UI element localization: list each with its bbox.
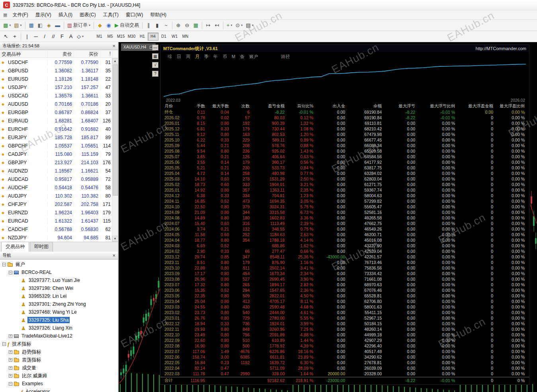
panel-help-button[interactable]: ? bbox=[152, 71, 158, 77]
candlestick-button[interactable]: ▮ bbox=[153, 21, 162, 30]
market-watch-row[interactable]: ◆AUDUSD0.701660.7018620 bbox=[0, 100, 118, 108]
profiles-button[interactable]: ▤▾ bbox=[12, 21, 23, 30]
panel-menu-item-1[interactable]: 日 bbox=[177, 54, 181, 60]
terminal-button[interactable]: ▬ bbox=[53, 21, 62, 30]
scroll-up-icon[interactable]: ▲ bbox=[112, 58, 118, 64]
timeframe-d1[interactable]: D1 bbox=[158, 33, 169, 41]
panel-menu-item-4[interactable]: 季 bbox=[204, 54, 209, 60]
periods-button[interactable]: ⊙▾ bbox=[234, 21, 244, 30]
experts-button[interactable]: ◉ bbox=[104, 21, 113, 30]
close-icon[interactable]: × bbox=[112, 253, 115, 258]
market-watch-row[interactable]: ◆EURAUD1.682811.68407126 bbox=[0, 116, 118, 125]
tree-item[interactable]: −BCRCo-REAL bbox=[0, 268, 118, 276]
menu-item-2[interactable]: 插入(I) bbox=[55, 10, 76, 19]
data-window-button[interactable]: ◧ bbox=[36, 21, 45, 30]
market-watch-row[interactable]: ◆AUDCAD0.958170.9588972 bbox=[0, 175, 118, 183]
new-chart-button[interactable]: ▩▾ bbox=[2, 21, 12, 30]
tree-item[interactable]: +震荡指标 bbox=[0, 356, 118, 364]
tree-item[interactable]: +比尔 威廉姆 bbox=[0, 372, 118, 380]
tree-item[interactable]: +TradeMaxGlobal-Live12 bbox=[0, 332, 118, 340]
navigator-button[interactable]: ◈ bbox=[45, 21, 53, 30]
panel-menu-item-7[interactable]: M bbox=[232, 54, 235, 59]
tree-expand-icon[interactable]: + bbox=[9, 350, 12, 354]
market-watch-tab-0[interactable]: 交易品种 bbox=[1, 242, 29, 252]
vertical-line-button[interactable]: | bbox=[23, 32, 31, 41]
market-watch-row[interactable]: ◆GBPUSD1.360821.3611735 bbox=[0, 66, 118, 75]
bar-chart-button[interactable]: ∥ bbox=[144, 21, 153, 30]
zoom-out-button[interactable]: ⊖ bbox=[183, 21, 191, 30]
scroll-down-icon[interactable]: ▼ bbox=[112, 236, 118, 242]
horizontal-line-button[interactable]: ─ bbox=[31, 32, 40, 41]
tree-expand-icon[interactable]: + bbox=[9, 374, 12, 378]
new-order-button[interactable]: ▥新订单▾ bbox=[66, 21, 92, 30]
market-watch-row[interactable]: ◆EURUSD1.181261.1814822 bbox=[0, 75, 118, 83]
timeframe-h1[interactable]: H1 bbox=[137, 33, 148, 41]
chart-window-tab[interactable]: XAUUSD,H4 bbox=[121, 43, 156, 51]
menu-item-5[interactable]: 窗口(W) bbox=[122, 10, 146, 19]
market-watch-tab-1[interactable]: 即时图 bbox=[30, 242, 53, 252]
tree-item[interactable]: −f技术指标 bbox=[0, 340, 118, 348]
tree-item[interactable]: ♟33297198: Chen Wei bbox=[0, 284, 118, 292]
panel-menu-item-2[interactable]: 周 bbox=[186, 54, 190, 60]
timeframe-mn[interactable]: MN bbox=[180, 33, 191, 41]
panel-menu-item-9[interactable]: 账户 bbox=[249, 54, 258, 60]
scrollbar-thumb[interactable] bbox=[113, 64, 118, 196]
tree-item[interactable]: fAccelerator bbox=[0, 388, 118, 392]
market-watch-row[interactable]: ◆USDCAD1.365781.3661133 bbox=[0, 91, 118, 100]
tree-item[interactable]: +趋势指标 bbox=[0, 348, 118, 356]
tree-item[interactable]: ♟33297301: Zheng Zhi Yong bbox=[0, 300, 118, 308]
tree-collapse-icon[interactable]: − bbox=[9, 382, 12, 386]
channel-button[interactable]: // bbox=[49, 32, 58, 41]
panel-menu-item-3[interactable]: 月 bbox=[195, 54, 199, 60]
market-watch-row[interactable]: ◆GBPCHF1.055371.05651114 bbox=[0, 142, 118, 150]
close-icon[interactable]: × bbox=[112, 43, 115, 49]
text-button[interactable]: A bbox=[66, 32, 75, 41]
chart-area[interactable]: XAUUSD,H4 —▦√? MTCommander统计 ,V3.61 http… bbox=[119, 42, 537, 392]
tree-collapse-icon[interactable]: − bbox=[2, 263, 6, 266]
tree-item[interactable]: ♟33297326: Liang Xin bbox=[0, 324, 118, 332]
market-watch-button[interactable]: ▦ bbox=[27, 21, 36, 30]
market-watch-row[interactable]: ◆CADJPY115.080115.15979 bbox=[0, 150, 118, 158]
timeframe-m15[interactable]: M15 bbox=[115, 33, 126, 41]
panel-minimize-button[interactable]: — bbox=[152, 45, 158, 50]
chart-shift-button[interactable]: ↤ bbox=[213, 21, 221, 30]
panel-menu-item-8[interactable]: 备 bbox=[240, 54, 244, 60]
market-watch-row[interactable]: ◆AUDNZD1.165671.1662154 bbox=[0, 167, 118, 175]
tile-windows-button[interactable]: ▦ bbox=[191, 21, 200, 30]
panel-menu-item-0[interactable]: 综 bbox=[168, 54, 172, 60]
timeframe-h4[interactable]: H4 bbox=[148, 33, 158, 41]
panel-menu-item-5[interactable]: 年 bbox=[213, 54, 218, 60]
tree-item[interactable]: +成交量 bbox=[0, 364, 118, 372]
market-watch-row[interactable]: ◆EURJPY185.728185.81789 bbox=[0, 133, 118, 142]
market-watch-row[interactable]: ◆GBPJPY213.927214.103176 bbox=[0, 158, 118, 167]
market-watch-row[interactable]: ◆EURCAD1.613221.61437115 bbox=[0, 217, 118, 225]
menu-item-1[interactable]: 显示(V) bbox=[32, 10, 55, 19]
timeframe-w1[interactable]: W1 bbox=[169, 33, 180, 41]
metaeditor-button[interactable]: ◆ bbox=[96, 21, 104, 30]
auto-scroll-button[interactable]: ↦ bbox=[204, 21, 213, 30]
autotrading-button[interactable]: ▶自动交易 bbox=[113, 21, 141, 30]
tree-item[interactable]: ♟33297325: Liu Sha bbox=[0, 316, 118, 324]
menu-item-4[interactable]: 工具(T) bbox=[100, 10, 122, 19]
market-watch-row[interactable]: ◆EURGBP0.867870.8682437 bbox=[0, 108, 118, 116]
market-watch-row[interactable]: ◆CADCHF0.567680.5683062 bbox=[0, 225, 118, 233]
market-watch-row[interactable]: ◆NZDJPY94.60494.68581 bbox=[0, 233, 118, 242]
market-watch-row[interactable]: ◆AUDCHF0.544180.5447658 bbox=[0, 183, 118, 192]
tree-item[interactable]: ♟33297377: Luo Yuan Jie bbox=[0, 276, 118, 284]
line-chart-button[interactable]: ~ bbox=[162, 21, 170, 30]
market-watch-row[interactable]: ◆USDJPY157.210157.25747 bbox=[0, 83, 118, 91]
menu-item-6[interactable]: 帮助(H) bbox=[146, 10, 170, 19]
trendline-button[interactable]: / bbox=[40, 32, 49, 41]
market-watch-row[interactable]: ◆EURCHF0.916420.9168240 bbox=[0, 125, 118, 133]
timeframe-m30[interactable]: M30 bbox=[126, 33, 137, 41]
crosshair-button[interactable]: + bbox=[10, 32, 19, 41]
tree-item[interactable]: −账户 bbox=[0, 260, 118, 268]
timeframe-m1[interactable]: M1 bbox=[94, 33, 105, 41]
tree-item[interactable]: ♟33297468: Wang Yi Le bbox=[0, 308, 118, 316]
tree-expand-icon[interactable]: + bbox=[9, 358, 12, 362]
tree-collapse-icon[interactable]: − bbox=[2, 342, 6, 346]
tree-item[interactable]: −Examples bbox=[0, 380, 118, 388]
market-watch-row[interactable]: ◆AUDJPY110.302110.38280 bbox=[0, 192, 118, 200]
market-watch-row[interactable]: ◆USDCHF0.775590.7759031 bbox=[0, 58, 118, 66]
panel-menu-item-6[interactable]: 币 bbox=[223, 54, 227, 60]
